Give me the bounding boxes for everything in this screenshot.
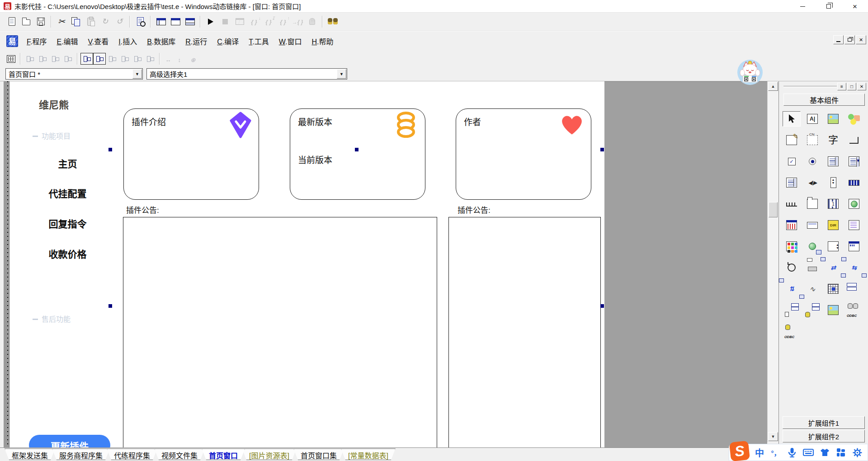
- palette-animation-box-icon[interactable]: [824, 196, 842, 212]
- brand-label[interactable]: 维尼熊: [39, 97, 69, 111]
- minimize-button[interactable]: [789, 0, 816, 13]
- skin-icon[interactable]: [819, 448, 830, 457]
- card-version[interactable]: 最新版本 当前版本: [290, 108, 425, 200]
- extension-components-2-button[interactable]: 扩展组件2: [783, 430, 865, 442]
- palette-edit-box-icon[interactable]: [783, 132, 801, 148]
- sidebar-item-config[interactable]: 代挂配置: [28, 186, 107, 200]
- form-grid-button[interactable]: [5, 53, 17, 65]
- palette-maximize-button[interactable]: □: [847, 83, 856, 90]
- palette-month-calendar-icon[interactable]: [783, 217, 801, 233]
- palette-odbc-pair-icon[interactable]: ODBC: [845, 302, 863, 318]
- palette-line-border-icon[interactable]: [845, 132, 863, 148]
- palette-color-picker-icon[interactable]: [783, 239, 801, 254]
- menu-item-帮助[interactable]: H.帮助: [307, 33, 338, 49]
- palette-file-link-icon[interactable]: [783, 302, 801, 318]
- menu-item-窗口[interactable]: W.窗口: [274, 33, 307, 49]
- announcement-textbox-right[interactable]: [448, 217, 601, 447]
- new-file-button[interactable]: [5, 15, 19, 28]
- sidebar-item-reply[interactable]: 回复指令: [28, 216, 107, 230]
- run-button[interactable]: [203, 15, 218, 28]
- palette-tab-control-icon[interactable]: [803, 196, 821, 212]
- palette-shape-icon[interactable]: [845, 111, 863, 127]
- window-selector[interactable]: 首页窗口 * ▼: [5, 68, 143, 80]
- palette-odbc-db-icon[interactable]: ODBC: [783, 324, 801, 339]
- palette-static-text-icon[interactable]: 字: [824, 132, 842, 148]
- toolbox-button[interactable]: [326, 15, 340, 28]
- sheet-tab-图片资源表[interactable]: [图片资源表]: [242, 448, 297, 460]
- menu-item-运行[interactable]: R.运行: [180, 33, 212, 49]
- palette-combo-box-icon[interactable]: [845, 154, 863, 169]
- palette-pointer-icon[interactable]: [783, 111, 801, 127]
- sheet-tab-服务商程序集[interactable]: 服务商程序集: [52, 448, 110, 460]
- palette-drag-handle[interactable]: [783, 86, 837, 87]
- chevron-down-icon[interactable]: ▼: [337, 69, 346, 79]
- open-file-button[interactable]: [19, 15, 33, 28]
- palette-group-box-icon[interactable]: [803, 132, 821, 148]
- menu-item-插入[interactable]: I.插入: [113, 33, 142, 49]
- sheet-tab-框架发送集[interactable]: 框架发送集: [5, 448, 55, 460]
- center-vertical-button[interactable]: [93, 53, 106, 65]
- announcement-textbox-left[interactable]: [123, 217, 437, 447]
- save-file-button[interactable]: [33, 15, 48, 28]
- sheet-tab-视频文件集[interactable]: 视频文件集: [154, 448, 205, 460]
- selection-handle[interactable]: [600, 148, 604, 151]
- announcement-label-left[interactable]: 插件公告:: [124, 203, 161, 216]
- palette-scroll-bar-icon[interactable]: ▲▼: [824, 175, 842, 190]
- palette-check-box-icon[interactable]: ✓: [783, 154, 801, 169]
- section-label-top[interactable]: 功能项目: [33, 130, 71, 141]
- scrollbar-thumb[interactable]: [769, 202, 778, 217]
- palette-printer-icon[interactable]: [803, 260, 821, 275]
- palette-net-link-icon[interactable]: ⇅: [783, 281, 801, 296]
- update-plugin-button[interactable]: 更新插件: [29, 435, 110, 447]
- sheet-tab-首页窗口[interactable]: 首页窗口: [202, 448, 245, 460]
- card-plugin-intro[interactable]: 插件介绍: [123, 108, 259, 200]
- menu-item-数据库[interactable]: B.数据库: [142, 33, 180, 49]
- form-selection-border[interactable]: [4, 81, 9, 447]
- ime-punctuation-toggle[interactable]: °，: [770, 448, 782, 457]
- apps-grid-icon[interactable]: [835, 448, 847, 457]
- child-close-button[interactable]: ✕: [856, 35, 866, 44]
- sidebar-item-price[interactable]: 收款价格: [28, 247, 107, 260]
- palette-radio-button-icon[interactable]: [803, 154, 821, 169]
- palette-server-socket-icon[interactable]: ⇆: [845, 260, 863, 275]
- palette-card-box-icon[interactable]: [803, 217, 821, 233]
- close-button[interactable]: ×: [842, 0, 868, 13]
- window-layout-1-button[interactable]: [154, 15, 168, 28]
- cut-button[interactable]: [54, 15, 69, 28]
- designed-form[interactable]: 维尼熊 功能项目 主页 代挂配置 回复指令 收款价格 售后功能 更新插件 插件介…: [10, 81, 604, 447]
- chevron-down-icon[interactable]: ▼: [132, 69, 142, 79]
- copy-button[interactable]: [69, 15, 83, 28]
- palette-timer-icon[interactable]: [783, 260, 801, 275]
- window-layout-2-button[interactable]: [168, 15, 183, 28]
- palette-rich-edit-box-icon[interactable]: [845, 217, 863, 233]
- window-layout-3-button[interactable]: [183, 15, 197, 28]
- center-horizontal-button[interactable]: [80, 53, 93, 65]
- palette-com-port-icon[interactable]: [803, 281, 821, 296]
- menu-item-工具[interactable]: T.工具: [244, 33, 274, 49]
- palette-label-icon[interactable]: A|: [803, 111, 821, 127]
- ime-language-toggle[interactable]: 中: [754, 446, 765, 459]
- extension-components-1-button[interactable]: 扩展组件1: [783, 416, 865, 429]
- sheet-tab-首页窗口集[interactable]: 首页窗口集: [293, 448, 344, 460]
- selection-handle[interactable]: [108, 148, 112, 151]
- palette-choice-list-box-icon[interactable]: [783, 175, 801, 190]
- palette-menu-button[interactable]: ≡: [837, 83, 846, 90]
- sogou-logo-icon[interactable]: S: [729, 441, 750, 461]
- selection-handle[interactable]: [355, 148, 359, 151]
- palette-data-grid-icon[interactable]: [824, 281, 842, 296]
- menu-item-程序[interactable]: F.程序: [22, 33, 52, 49]
- sheet-tab-常量数据表[interactable]: [常量数据表]: [341, 448, 396, 460]
- container-selector[interactable]: 高级选择夹1 ▼: [146, 68, 347, 80]
- palette-spin-box-icon[interactable]: [824, 239, 842, 254]
- menu-item-查看[interactable]: V.查看: [83, 33, 114, 49]
- vertical-scrollbar[interactable]: ▲ ▼: [767, 81, 778, 442]
- palette-progress-bar-icon[interactable]: [845, 175, 863, 190]
- basic-components-button[interactable]: 基本组件: [783, 94, 865, 106]
- palette-slider-bar-icon[interactable]: ◀||▶: [803, 175, 821, 190]
- palette-internet-box-icon[interactable]: [803, 239, 821, 254]
- keyboard-icon[interactable]: [802, 448, 814, 456]
- microphone-icon[interactable]: [786, 447, 798, 457]
- settings-gear-icon[interactable]: [851, 448, 863, 457]
- menu-item-编译[interactable]: C.编译: [212, 33, 244, 49]
- palette-h-splitter-icon[interactable]: [845, 281, 863, 296]
